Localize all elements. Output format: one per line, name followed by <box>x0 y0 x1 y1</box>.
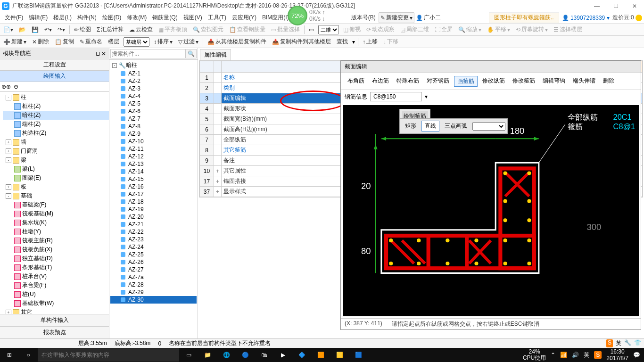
tb-pan[interactable]: ✋ 平移 ▾ <box>486 25 512 34</box>
component-item[interactable]: AZ-18 <box>110 198 197 206</box>
se-tool-5[interactable]: 修改纵筋 <box>479 76 508 87</box>
se-tool-0[interactable]: 布角筋 <box>345 76 367 87</box>
tip-link[interactable]: 圆形柱子即有螺旋箍筋.. <box>489 12 559 23</box>
component-item[interactable]: AZ-9 <box>110 130 197 138</box>
component-item[interactable]: AZ-28 <box>110 281 197 288</box>
menu-bim[interactable]: BIM应用(I) <box>259 12 292 23</box>
speed-widget[interactable]: 72% 0K/s ↑ 0K/s ↓ <box>288 6 325 25</box>
component-item[interactable]: AZ-30 <box>110 296 197 304</box>
expand-icon[interactable]: ⊕⊕ <box>1 83 11 90</box>
tb-view-rebar[interactable]: 📋 查看钢筋量 <box>228 25 267 34</box>
nav-tree-item[interactable]: +其它 <box>3 308 109 314</box>
pinned-app[interactable]: 🔷 <box>292 348 311 362</box>
tab-report-preview[interactable]: 报表预览 <box>0 326 109 338</box>
nav-tree-item[interactable]: 构造柱(Z) <box>3 129 109 138</box>
component-item[interactable]: AZ-7a <box>110 273 197 281</box>
menu-edit[interactable]: 编辑(E) <box>26 12 50 23</box>
tb-fullscreen[interactable]: ⛶ 全屏 <box>433 25 454 34</box>
nav-tree-item[interactable]: 筏板主筋(R) <box>3 236 109 245</box>
nav-tree-item[interactable]: 独立基础(D) <box>3 254 109 263</box>
component-item[interactable]: AZ-17 <box>110 190 197 198</box>
se-tool-1[interactable]: 布边筋 <box>369 76 392 87</box>
task-view-icon[interactable]: ▭ <box>179 348 198 362</box>
tb2-copy-from[interactable]: 📥 从其他楼层复制构件 <box>206 37 268 47</box>
nav-tree-item[interactable]: -基础 <box>3 191 109 200</box>
tb-cloud-check[interactable]: ☁ 云检查 <box>128 25 154 34</box>
tb2-rename[interactable]: ✎ 重命名 <box>78 37 104 47</box>
component-item[interactable]: AZ-12 <box>110 153 197 160</box>
tb2-filter[interactable]: ▽ 过滤 ▾ <box>177 37 200 47</box>
nav-tree-item[interactable]: -梁 <box>3 156 109 165</box>
tb2-copy-to[interactable]: 📤 复制构件到其他楼层 <box>271 37 332 47</box>
menu-draw[interactable]: 绘图(D) <box>99 12 124 23</box>
menu-view[interactable]: 视图(V) <box>181 12 205 23</box>
user-link[interactable]: 👤 广小二 <box>414 13 442 23</box>
component-item[interactable]: AZ-5 <box>110 100 197 107</box>
component-item[interactable]: AZ-14 <box>110 168 197 175</box>
se-tool-9[interactable]: 删除 <box>600 76 617 87</box>
close-button[interactable]: ✕ <box>625 0 644 12</box>
pinned-app[interactable]: 🌐 <box>217 348 236 362</box>
component-item[interactable]: AZ-3 <box>110 85 197 92</box>
nav-tree-item[interactable]: 承台梁(F) <box>3 281 109 290</box>
nav-tree-item[interactable]: -柱 <box>3 93 109 102</box>
tb-undo-icon[interactable]: ↶▾ <box>43 25 53 34</box>
tray-ime-icon[interactable]: S <box>594 351 602 359</box>
pinned-app[interactable]: 🔵 <box>236 348 255 362</box>
tb2-up[interactable]: ↑ 上移 <box>361 37 379 47</box>
tb2-copy[interactable]: 📋 复制 <box>53 37 75 47</box>
component-item[interactable]: AZ-26 <box>110 258 197 266</box>
nav-tree-item[interactable]: 基础板带(W) <box>3 299 109 308</box>
pinned-app[interactable]: 🟦 <box>349 348 368 362</box>
nav-tree-item[interactable]: 框柱(Z) <box>3 102 109 111</box>
se-tool-2[interactable]: 特殊布筋 <box>394 76 422 87</box>
se-info-input[interactable] <box>370 92 422 101</box>
nav-tree-item[interactable]: 柱墩(Y) <box>3 227 109 236</box>
menu-cloud[interactable]: 云应用(Y) <box>229 12 259 23</box>
component-item[interactable]: AZ-23 <box>110 236 197 243</box>
tb2-sort[interactable]: ↕ 排序 ▾ <box>152 37 174 47</box>
tb-save-icon[interactable]: 💾 <box>30 25 40 34</box>
tb-batch-select[interactable]: ▭ 批量选择 <box>270 25 301 34</box>
se-tool-7[interactable]: 编辑弯钩 <box>540 76 568 87</box>
nav-tree[interactable]: -柱框柱(Z)暗柱(Z)端柱(Z)构造柱(Z)+墙+门窗洞-梁梁(L)圈梁(E)… <box>0 92 109 314</box>
nav-tree-item[interactable]: +门窗洞 <box>3 147 109 156</box>
tb-orbit[interactable]: ⟳ 动态观察 <box>365 25 396 34</box>
tray-up-icon[interactable]: ⌃ <box>551 352 555 358</box>
tb-select-floor[interactable]: ☰ 选择楼层 <box>552 25 584 34</box>
nav-tree-item[interactable]: 筏板负筋(X) <box>3 245 109 254</box>
tb-top-view[interactable]: ◫ 俯视 <box>342 25 362 34</box>
perf-widget[interactable]: 24%CPU使用 <box>523 349 546 361</box>
component-item[interactable]: AZ-8 <box>110 123 197 130</box>
component-item[interactable]: AZ-13 <box>110 160 197 168</box>
start-button[interactable]: ⊞ <box>0 348 19 362</box>
draw-line[interactable]: 直线 <box>421 121 439 132</box>
se-tool-8[interactable]: 端头伸缩 <box>570 76 598 87</box>
collapse-icon[interactable]: ⊖ <box>14 83 18 90</box>
nav-close-icon[interactable]: ✕ <box>101 50 106 57</box>
tab-single-input[interactable]: 单构件输入 <box>0 314 109 326</box>
nav-tree-item[interactable]: 条形基础(T) <box>3 263 109 272</box>
tray-ime[interactable]: 英 <box>584 351 589 359</box>
search-button[interactable]: 🔍 <box>185 49 197 58</box>
tray-icon[interactable]: 🔧 <box>624 339 631 347</box>
component-item[interactable]: AZ-27 <box>110 266 197 273</box>
pinned-app[interactable]: 🟧 <box>311 348 330 362</box>
menu-component[interactable]: 构件(N) <box>74 12 99 23</box>
component-item[interactable]: AZ-10 <box>110 138 197 145</box>
tray-net-icon[interactable]: 📶 <box>560 352 567 358</box>
new-change-button[interactable]: ✎ 新建变更 ▾ <box>379 12 414 23</box>
component-item[interactable]: AZ-19 <box>110 206 197 213</box>
nav-tree-item[interactable]: 暗柱(Z) <box>3 111 109 120</box>
component-item[interactable]: AZ-21 <box>110 221 197 228</box>
component-item[interactable]: AZ-20 <box>110 213 197 221</box>
tab-project-settings[interactable]: 工程设置 <box>0 59 109 71</box>
nav-tree-item[interactable]: +墙 <box>3 138 109 147</box>
menu-file[interactable]: 文件(F) <box>2 12 26 23</box>
component-item[interactable]: AZ-6 <box>110 107 197 115</box>
view-mode-select[interactable]: 二维 <box>318 25 339 34</box>
tb-redo-icon[interactable]: ↷▾ <box>56 25 66 34</box>
component-item[interactable]: AZ-4 <box>110 92 197 100</box>
minimize-button[interactable]: — <box>587 0 606 12</box>
tray-vol-icon[interactable]: 🔊 <box>572 352 579 358</box>
